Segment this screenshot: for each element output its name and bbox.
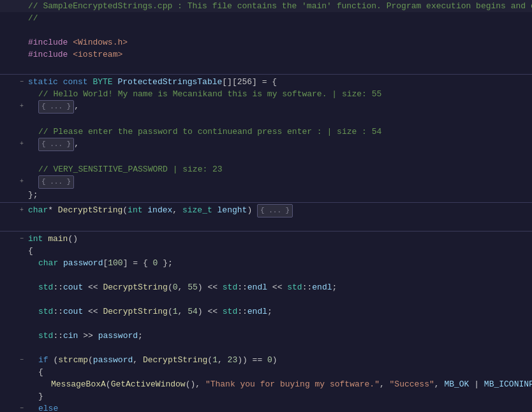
code-b3: [26, 114, 532, 126]
code-b2: [26, 61, 532, 73]
divider-2: [0, 202, 532, 203]
code-struct: static const BYTE ProtectedStringsTable[…: [26, 76, 532, 88]
fold-pwb[interactable]: +: [18, 138, 26, 150]
line-charpass: char password[100] = { 0 };: [0, 257, 532, 269]
divider-1: [0, 74, 532, 75]
code-2: //: [26, 12, 532, 24]
divider-3: [0, 231, 532, 232]
code-b1: [26, 24, 532, 36]
fold-if[interactable]: −: [18, 354, 26, 366]
line-pw-comment: // Please enter the password to continue…: [0, 126, 532, 138]
code-cp: char password[100] = { 0 };: [26, 257, 532, 269]
line-blank9: [0, 342, 532, 354]
line-hw-block: + { ... },: [0, 100, 532, 114]
line-cout2: std::cout << DecryptString(1, 54) << std…: [0, 305, 532, 318]
line-blank6: [0, 269, 532, 281]
code-se: };: [26, 189, 532, 201]
code-b5: [26, 217, 532, 230]
code-inc1: #include <Windows.h>: [26, 36, 532, 48]
line-if-open: {: [0, 366, 532, 378]
line-open-brace: {: [0, 245, 532, 257]
code-b4: [26, 151, 532, 163]
code-cout1: std::cout << DecryptString(0, 55) << std…: [26, 281, 532, 293]
line-2: //: [0, 12, 532, 24]
line-blank1: [0, 24, 532, 36]
line-main: − int main(): [0, 233, 532, 245]
line-if-close: }: [0, 390, 532, 402]
line-cout1: std::cout << DecryptString(0, 55) << std…: [0, 281, 532, 293]
code-hwb: { ... },: [26, 100, 532, 114]
line-blank4: [0, 151, 532, 163]
code-ob: {: [26, 245, 532, 257]
code-b9: [26, 342, 532, 354]
code-inc2: #include <iostream>: [26, 48, 532, 61]
code-vspc: // VERY_SENSITIVE_PASSWORD | size: 23: [26, 163, 532, 175]
line-hw-comment: // Hello World! My name is Mecanikand th…: [0, 88, 532, 100]
line-decrypt: + char* DecryptString(int index, size_t …: [0, 204, 532, 217]
fold-hwb[interactable]: +: [18, 100, 26, 112]
line-else: − else: [0, 402, 532, 412]
line-blank7: [0, 293, 532, 305]
code-editor: // SampleEncryptedStrings.cpp : This fil…: [0, 0, 532, 412]
line-cin: std::cin >> password;: [0, 330, 532, 342]
code-vspb: { ... }: [26, 175, 532, 189]
fold-vspb[interactable]: +: [18, 175, 26, 188]
code-block: // SampleEncryptedStrings.cpp : This fil…: [0, 0, 532, 412]
line-blank3: [0, 114, 532, 126]
code-mbs: MessageBoxA(GetActiveWindow(), "Thank yo…: [26, 378, 532, 390]
line-blank8: [0, 318, 532, 330]
code-pwc: // Please enter the password to continue…: [26, 126, 532, 138]
code-ifo: {: [26, 366, 532, 378]
line-include1: #include <Windows.h>: [0, 36, 532, 48]
fold-d[interactable]: +: [18, 204, 26, 216]
code-ifc: }: [26, 390, 532, 402]
fold-m[interactable]: −: [18, 233, 26, 245]
code-b8: [26, 318, 532, 330]
code-if: if (strcmp(password, DecryptString(1, 23…: [26, 354, 532, 366]
line-struct-end: };: [0, 189, 532, 201]
line-msgbox-success: MessageBoxA(GetActiveWindow(), "Thank yo…: [0, 378, 532, 390]
line-blank2: [0, 61, 532, 73]
line-blank5: [0, 217, 532, 230]
code-cin: std::cin >> password;: [26, 330, 532, 342]
code-1: // SampleEncryptedStrings.cpp : This fil…: [26, 0, 532, 12]
fold-else[interactable]: −: [18, 402, 26, 412]
code-cout2: std::cout << DecryptString(1, 54) << std…: [26, 305, 532, 318]
code-else: else: [26, 402, 532, 412]
code-d: char* DecryptString(int index, size_t le…: [26, 204, 532, 217]
line-vspc: // VERY_SENSITIVE_PASSWORD | size: 23: [0, 163, 532, 175]
line-if: − if (strcmp(password, DecryptString(1, …: [0, 354, 532, 366]
code-pwb: { ... },: [26, 138, 532, 151]
line-1: // SampleEncryptedStrings.cpp : This fil…: [0, 0, 532, 12]
line-struct: − static const BYTE ProtectedStringsTabl…: [0, 76, 532, 88]
code-b7: [26, 293, 532, 305]
fold-struct[interactable]: −: [18, 76, 26, 88]
code-b6: [26, 269, 532, 281]
line-vsp-block: + { ... }: [0, 175, 532, 189]
code-m: int main(): [26, 233, 532, 245]
code-hwc: // Hello World! My name is Mecanikand th…: [26, 88, 532, 100]
line-include2: #include <iostream>: [0, 48, 532, 61]
line-pw-block: + { ... },: [0, 138, 532, 151]
